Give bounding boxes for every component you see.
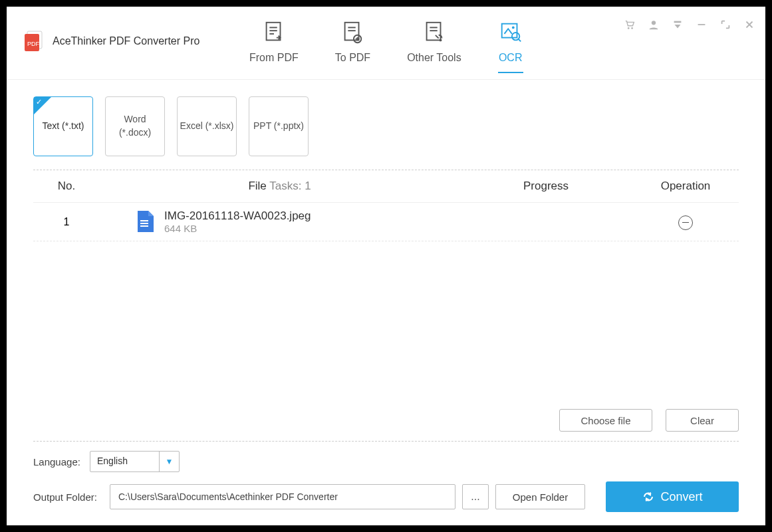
task-header: No. File Tasks: 1 Progress Operation (33, 170, 739, 203)
list-actions: Choose file Clear (33, 409, 739, 441)
col-operation-header: Operation (632, 180, 739, 193)
language-label: Language: (33, 456, 83, 467)
svg-point-14 (439, 39, 442, 42)
svg-text:PDF: PDF (27, 41, 40, 47)
format-label: Word (124, 113, 146, 126)
ocr-icon (498, 20, 523, 45)
language-select[interactable]: English ▼ (90, 451, 180, 472)
row-operation (632, 213, 739, 229)
format-excel[interactable]: Excel (*.xlsx) (177, 96, 237, 156)
tasks-label: Tasks: (267, 180, 305, 192)
tab-to-pdf[interactable]: To PDF (335, 20, 370, 73)
format-word[interactable]: Word (*.docx) (105, 96, 165, 156)
col-no-header: No. (33, 180, 100, 193)
minimize-icon[interactable] (696, 19, 708, 31)
svg-rect-28 (140, 223, 148, 224)
language-value: English (90, 452, 159, 471)
app-window: PDF AceThinker PDF Converter Pro From PD… (7, 7, 765, 525)
svg-marker-23 (675, 25, 681, 28)
output-folder-input[interactable] (110, 484, 455, 509)
tab-from-pdf[interactable]: From PDF (249, 20, 299, 73)
chevron-down-icon: ▼ (159, 452, 179, 471)
tab-ocr[interactable]: OCR (498, 20, 523, 73)
row-no: 1 (33, 216, 100, 228)
file-icon (136, 211, 155, 233)
to-pdf-icon (340, 20, 365, 45)
output-folder-label: Output Folder: (33, 491, 103, 503)
app-title: AceThinker PDF Converter Pro (53, 35, 199, 47)
svg-rect-29 (140, 225, 148, 227)
from-pdf-icon (261, 20, 287, 45)
output-format-row: Text (*.txt) Word (*.docx) Excel (*.xlsx… (33, 96, 739, 156)
content: Text (*.txt) Word (*.docx) Excel (*.xlsx… (7, 80, 765, 442)
svg-point-16 (512, 27, 515, 29)
tab-label: OCR (499, 52, 523, 64)
other-tools-icon (422, 20, 447, 45)
tab-label: To PDF (335, 52, 370, 64)
file-header-text: File (248, 180, 266, 192)
main-tabs: From PDF To PDF (249, 20, 523, 73)
open-folder-button[interactable]: Open Folder (495, 484, 585, 509)
svg-point-20 (631, 27, 633, 29)
task-area: No. File Tasks: 1 Progress Operation 1 (33, 170, 739, 442)
language-row: Language: English ▼ (33, 451, 739, 472)
clear-button[interactable]: Clear (666, 409, 739, 432)
choose-file-button[interactable]: Choose file (559, 409, 652, 432)
format-text[interactable]: Text (*.txt) (33, 96, 93, 156)
col-file-header: File Tasks: 1 (100, 180, 459, 193)
svg-rect-27 (140, 220, 148, 221)
tab-other-tools[interactable]: Other Tools (407, 20, 461, 73)
file-size: 644 KB (164, 223, 311, 234)
svg-rect-22 (674, 21, 682, 23)
app-logo-icon: PDF (23, 30, 46, 53)
format-label: PPT (*.pptx) (253, 120, 304, 133)
header: PDF AceThinker PDF Converter Pro From PD… (7, 7, 765, 80)
footer: Language: English ▼ Output Folder: ... O… (7, 442, 765, 525)
maximize-icon[interactable] (719, 19, 731, 31)
format-ppt[interactable]: PPT (*.pptx) (249, 96, 309, 156)
cart-icon[interactable] (624, 19, 636, 31)
svg-line-18 (518, 39, 521, 42)
remove-item-button[interactable] (678, 215, 693, 230)
svg-point-19 (628, 27, 630, 29)
table-row: 1 IMG-20161118-WA0023.jpeg 644 KB (33, 203, 739, 241)
tab-label: Other Tools (407, 52, 461, 64)
format-ext: (*.docx) (119, 126, 151, 140)
dropdown-icon[interactable] (672, 19, 684, 31)
convert-button[interactable]: Convert (606, 481, 739, 512)
convert-label: Convert (660, 490, 702, 504)
file-name: IMG-20161118-WA0023.jpeg (164, 209, 311, 223)
user-icon[interactable] (648, 19, 660, 31)
format-label: Text (*.txt) (42, 120, 84, 133)
tasks-count: 1 (305, 180, 311, 192)
format-label: Excel (*.xlsx) (180, 120, 234, 133)
row-file: IMG-20161118-WA0023.jpeg 644 KB (100, 209, 459, 234)
tab-label: From PDF (249, 52, 299, 64)
refresh-icon (642, 490, 655, 503)
col-progress-header: Progress (459, 180, 632, 193)
logo-block: PDF AceThinker PDF Converter Pro (23, 30, 199, 53)
browse-button[interactable]: ... (462, 484, 489, 509)
output-row: Output Folder: ... Open Folder Convert (33, 481, 739, 512)
window-controls (624, 19, 755, 31)
close-icon[interactable] (743, 19, 755, 31)
svg-point-21 (652, 21, 656, 25)
